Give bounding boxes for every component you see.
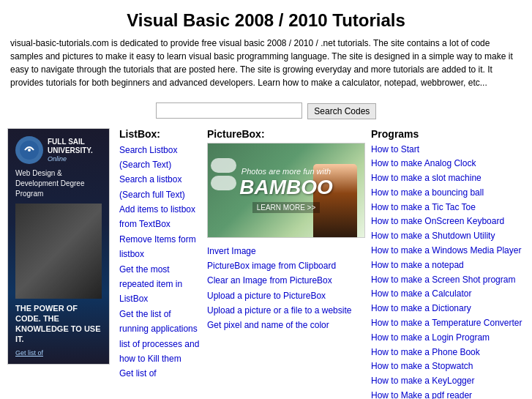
programs-link-0[interactable]: How to Start bbox=[371, 143, 525, 157]
listbox-header: ListBox: bbox=[119, 128, 201, 140]
picturebox-link-5[interactable]: Get pixel and name of the color bbox=[207, 318, 365, 332]
main-content: FULL SAIL UNIVERSITY. Online Web Design … bbox=[0, 128, 532, 400]
programs-link-17[interactable]: How to Make a pdf reader bbox=[371, 389, 525, 399]
search-input[interactable] bbox=[156, 102, 302, 119]
bamboo-clouds bbox=[211, 158, 236, 193]
search-bar: Search Codes bbox=[0, 97, 532, 128]
programs-link-4[interactable]: How to make a Tic Tac Toe bbox=[371, 201, 525, 215]
picturebox-column: PictureBox: Photos are more fun with BAM… bbox=[207, 128, 371, 400]
picturebox-link-3[interactable]: Upload a picture to PictureBox bbox=[207, 288, 365, 303]
listbox-link-6[interactable]: list of processes and how to Kill them bbox=[119, 337, 201, 367]
listbox-link-0[interactable]: Search Listbox (Search Text) bbox=[119, 143, 201, 173]
svg-point-1 bbox=[28, 149, 31, 152]
ad-logo-circle bbox=[15, 136, 43, 164]
listbox-link-3[interactable]: Remove Items form listbox bbox=[119, 232, 201, 262]
page-title: Visual Basic 2008 / 2010 Tutorials bbox=[0, 0, 532, 37]
middle-content: ListBox: Search Listbox (Search Text) Se… bbox=[119, 128, 525, 400]
picturebox-link-1[interactable]: PictureBox image from Clipboard bbox=[207, 258, 365, 273]
programs-link-1[interactable]: How to make Analog Clock bbox=[371, 157, 525, 171]
listbox-link-5[interactable]: Get the list of running applications bbox=[119, 307, 201, 337]
listbox-link-4[interactable]: Get the most repeated item in ListBox bbox=[119, 262, 201, 307]
picturebox-header: PictureBox: bbox=[207, 128, 365, 140]
ad-link[interactable]: Get list of bbox=[15, 349, 102, 357]
programs-link-8[interactable]: How to make a notepad bbox=[371, 258, 525, 273]
bamboo-learn-more[interactable]: LEARN MORE >> bbox=[252, 202, 321, 213]
programs-link-5[interactable]: How to make OnScreen Keyboard bbox=[371, 215, 525, 229]
programs-link-12[interactable]: How to make a Temperature Converter bbox=[371, 316, 525, 331]
full-sail-icon bbox=[19, 140, 40, 160]
programs-link-6[interactable]: How to make a Shutdown Utility bbox=[371, 229, 525, 244]
ad-person-image bbox=[15, 204, 102, 299]
bamboo-text: Photos are more fun with BAMBOO LEARN MO… bbox=[239, 167, 333, 213]
columns-row: ListBox: Search Listbox (Search Text) Se… bbox=[119, 128, 525, 400]
description-text: visual-basic-tutorials.com is dedicated … bbox=[0, 37, 532, 97]
search-codes-button[interactable]: Search Codes bbox=[307, 103, 376, 119]
bamboo-logo: BAMBOO bbox=[239, 176, 333, 199]
school-name: FULL SAIL UNIVERSITY. bbox=[48, 138, 102, 155]
picturebox-link-2[interactable]: Clear an Image from PictureBox bbox=[207, 273, 365, 288]
programs-link-16[interactable]: How to make a KeyLogger bbox=[371, 374, 525, 389]
ad-image bbox=[15, 204, 102, 299]
bamboo-fun-text: Photos are more fun with bbox=[239, 167, 333, 176]
picturebox-link-0[interactable]: Invert Image bbox=[207, 244, 365, 258]
listbox-link-1[interactable]: Search a listbox (Search full Text) bbox=[119, 172, 201, 202]
programs-link-2[interactable]: How to make a slot machine bbox=[371, 171, 525, 186]
left-advertisement: FULL SAIL UNIVERSITY. Online Web Design … bbox=[7, 128, 113, 400]
picturebox-link-4[interactable]: Upload a picture or a file to a website bbox=[207, 303, 365, 318]
cloud-2 bbox=[211, 176, 236, 190]
programs-link-10[interactable]: How to make a Calculator bbox=[371, 287, 525, 302]
ad-logo: FULL SAIL UNIVERSITY. Online bbox=[15, 136, 102, 164]
ad-tagline: THE POWER OF CODE. THE KNOWLEDGE TO USE … bbox=[15, 303, 102, 345]
school-online: Online bbox=[48, 155, 102, 163]
cloud-1 bbox=[211, 158, 236, 173]
ad-program: Web Design & Development Degree Program bbox=[15, 168, 102, 199]
programs-link-13[interactable]: How to make a Login Program bbox=[371, 331, 525, 346]
programs-link-14[interactable]: How to make a Phone Book bbox=[371, 346, 525, 360]
listbox-link-2[interactable]: Add items to listbox from TextBox bbox=[119, 202, 201, 232]
listbox-link-7[interactable]: Get list of bbox=[119, 366, 201, 381]
programs-header: Programs bbox=[371, 128, 525, 140]
programs-link-9[interactable]: How to make a Screen Shot program bbox=[371, 273, 525, 288]
ad-box: FULL SAIL UNIVERSITY. Online Web Design … bbox=[7, 128, 110, 365]
programs-link-3[interactable]: How to make a bouncing ball bbox=[371, 186, 525, 201]
bamboo-ad: Photos are more fun with BAMBOO LEARN MO… bbox=[207, 143, 365, 238]
programs-column: Programs How to Start How to make Analog… bbox=[371, 128, 525, 400]
programs-link-11[interactable]: How to make a Dictionary bbox=[371, 302, 525, 316]
programs-link-15[interactable]: How to make a Stopwatch bbox=[371, 359, 525, 374]
programs-link-7[interactable]: How to make a Windows Media Player bbox=[371, 244, 525, 258]
listbox-column: ListBox: Search Listbox (Search Text) Se… bbox=[119, 128, 207, 400]
